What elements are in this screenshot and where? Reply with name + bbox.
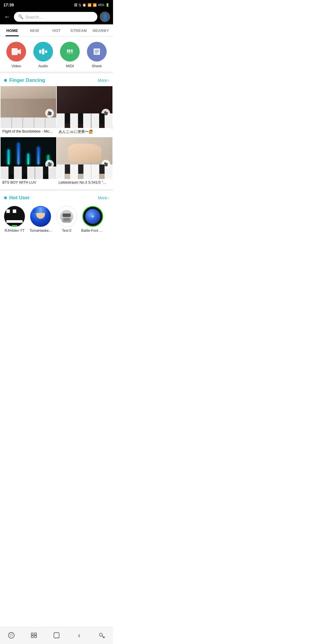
video-label: Video	[12, 64, 21, 68]
svg-rect-0	[12, 48, 18, 55]
video-card-2[interactable]: 🎥 あんじゅに便乗〜🙋	[57, 86, 112, 137]
audio-label: Audio	[38, 64, 48, 68]
hot-user-more[interactable]: More ›	[98, 196, 109, 200]
svg-rect-8	[71, 49, 72, 52]
video-title-1: Flight of the Bumblebee - Mic...	[1, 128, 56, 136]
user-avatar-rjh	[4, 206, 25, 227]
status-icons: 🖼 S ⏰ 📶 📶 45% 🔋	[74, 3, 110, 7]
battery-text: 45%	[98, 3, 104, 7]
category-audio[interactable]: Audio	[33, 42, 53, 68]
hot-user-section: Hot User More › RJH4den YT	[0, 191, 113, 239]
photo-icon: 🖼	[74, 3, 77, 7]
svg-rect-11	[95, 50, 99, 50]
profile-icon: 👤	[101, 13, 109, 20]
search-icon: 🔍	[18, 14, 23, 19]
user-avatar-test	[56, 206, 77, 227]
tab-nearby[interactable]: NEARBY	[90, 24, 112, 36]
user-name-test: Test 0	[62, 229, 71, 233]
wifi-icon: 📶	[88, 3, 92, 7]
video-card-1[interactable]: 🎥 Flight of the Bumblebee - Mic...	[1, 86, 56, 137]
search-bar[interactable]: 🔍 Search...	[14, 12, 97, 22]
nav-tabs: HOME NEW HOT STREAM NEARBY	[0, 24, 113, 37]
battery-icon: 🔋	[105, 3, 110, 7]
user-grid: RJH4den YT TomaHawke...	[0, 204, 113, 235]
hot-user-header: Hot User More ›	[0, 191, 113, 204]
svg-rect-7	[69, 49, 70, 52]
video-title-3: BTS BOY WITH LUV	[1, 179, 56, 187]
midi-circle: ♩	[60, 42, 80, 61]
tab-new[interactable]: NEW	[23, 24, 45, 36]
video-card-3[interactable]: 🎥 BTS BOY WITH LUV	[1, 137, 56, 187]
back-button[interactable]: ←	[3, 12, 12, 22]
category-video[interactable]: Video	[6, 42, 26, 68]
video-circle	[6, 42, 26, 61]
hot-user-dot	[4, 196, 7, 199]
finger-dancing-header: Finger Dancing More ›	[0, 73, 113, 86]
user-name-rjh: RJH4den YT	[5, 229, 24, 233]
user-name-battle: Battle-Font G...	[81, 229, 104, 233]
svg-text:♩: ♩	[69, 53, 70, 55]
svg-rect-4	[45, 50, 47, 53]
user-name-toma: TomaHawke...	[30, 229, 52, 233]
video-play-icon-1: 🎥	[45, 109, 54, 117]
video-title-2: あんじゅに便乗〜🙋	[57, 128, 112, 137]
finger-dancing-more[interactable]: More ›	[98, 78, 109, 83]
hot-user-title: Hot User	[9, 195, 30, 201]
user-avatar-battle: +	[82, 206, 103, 227]
svg-marker-1	[18, 49, 21, 54]
audio-circle	[33, 42, 53, 61]
user-avatar-toma	[30, 206, 51, 227]
svg-rect-13	[95, 53, 98, 53]
categories-section: Video Audio ♩ MIDI	[0, 37, 113, 73]
svg-rect-3	[42, 49, 44, 55]
hot-user-title-wrap: Hot User	[4, 195, 30, 201]
tab-hot[interactable]: HOT	[46, 24, 68, 36]
search-placeholder: Search...	[25, 15, 43, 19]
video-title-4: Liebestraum No.3 S.541/3 "...	[57, 179, 112, 187]
profile-button[interactable]: 👤	[100, 12, 110, 22]
finger-dancing-title: Finger Dancing	[9, 77, 45, 83]
status-time: 17:39	[3, 3, 14, 7]
category-midi[interactable]: ♩ MIDI	[60, 42, 80, 68]
more-label: More	[98, 78, 107, 83]
tab-home[interactable]: HOME	[1, 24, 23, 36]
svg-rect-2	[39, 50, 41, 53]
section-title-wrap: Finger Dancing	[4, 77, 45, 83]
svg-rect-6	[67, 49, 68, 52]
finger-dancing-grid: 🎥 Flight of the Bumblebee - Mic... 🎥	[0, 86, 113, 187]
signal-icon: 📶	[93, 3, 97, 7]
shazam-icon: S	[79, 3, 81, 7]
video-card-4[interactable]: 🎥 Liebestraum No.3 S.541/3 "...	[57, 137, 112, 187]
midi-label: MIDI	[66, 64, 74, 68]
hot-user-more-label: More	[98, 196, 107, 200]
user-card-battle[interactable]: + Battle-Font G...	[81, 206, 104, 233]
tab-stream[interactable]: STREAM	[68, 24, 90, 36]
user-card-rjh[interactable]: RJH4den YT	[3, 206, 26, 233]
user-card-toma[interactable]: TomaHawke...	[29, 206, 52, 233]
sheet-circle	[87, 42, 107, 61]
status-bar: 17:39 🖼 S ⏰ 📶 📶 45% 🔋	[0, 0, 113, 9]
alarm-icon: ⏰	[82, 3, 86, 7]
user-card-test[interactable]: Test 0	[55, 206, 78, 233]
section-dot	[4, 79, 7, 82]
header: ← 🔍 Search... 👤	[0, 9, 113, 24]
more-arrow: ›	[108, 78, 109, 83]
sheet-label: Sheet	[92, 64, 102, 68]
finger-dancing-section: Finger Dancing More › 🎥 Flight of t	[0, 73, 113, 191]
hot-user-more-arrow: ›	[108, 196, 109, 200]
svg-rect-12	[95, 51, 99, 52]
category-sheet[interactable]: Sheet	[87, 42, 107, 68]
